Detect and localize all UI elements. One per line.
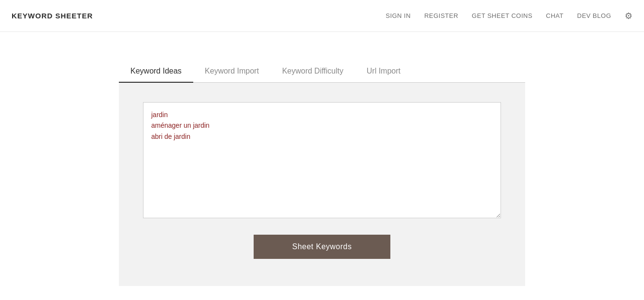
settings-icon[interactable]: ⚙ bbox=[625, 11, 632, 21]
nav-right: SIGN IN REGISTER GET SHEET COINS CHAT DE… bbox=[386, 11, 632, 21]
header: KEYWORD SHEETER SIGN IN REGISTER GET SHE… bbox=[0, 0, 644, 32]
tab-keyword-difficulty[interactable]: Keyword Difficulty bbox=[271, 61, 355, 82]
main-content: Keyword Ideas Keyword Import Keyword Dif… bbox=[0, 61, 644, 286]
logo: KEYWORD SHEETER bbox=[12, 12, 93, 20]
tab-keyword-import[interactable]: Keyword Import bbox=[193, 61, 271, 82]
sign-in-link[interactable]: SIGN IN bbox=[386, 12, 411, 19]
keywords-textarea[interactable]: jardin aménager un jardin abri de jardin bbox=[143, 102, 501, 218]
tab-keyword-ideas[interactable]: Keyword Ideas bbox=[119, 61, 193, 82]
get-sheet-coins-link[interactable]: GET SHEET COINS bbox=[472, 12, 533, 19]
dev-blog-link[interactable]: DEV BLOG bbox=[577, 12, 611, 19]
tab-url-import[interactable]: Url Import bbox=[355, 61, 412, 82]
chat-link[interactable]: CHAT bbox=[546, 12, 563, 19]
content-area: jardin aménager un jardin abri de jardin… bbox=[119, 83, 525, 286]
sheet-keywords-button[interactable]: Sheet Keywords bbox=[254, 235, 391, 259]
register-link[interactable]: REGISTER bbox=[424, 12, 458, 19]
tabs: Keyword Ideas Keyword Import Keyword Dif… bbox=[119, 61, 525, 83]
